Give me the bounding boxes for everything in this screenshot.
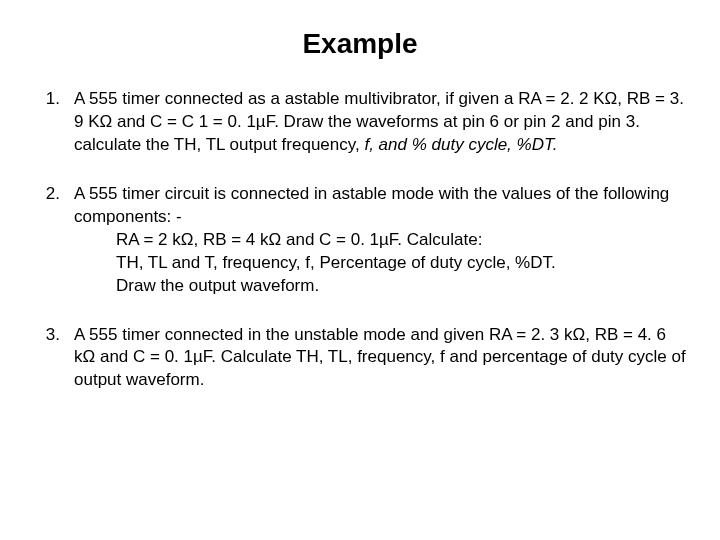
item-number: 1. (30, 88, 74, 157)
page-title: Example (30, 28, 690, 60)
item-subtext: RA = 2 kΩ, RB = 4 kΩ and C = 0. 1µF. Cal… (74, 229, 690, 252)
item-body: A 555 timer connected in the unstable mo… (74, 324, 690, 393)
list-item: 3. A 555 timer connected in the unstable… (30, 324, 690, 393)
item-body: A 555 timer connected as a astable multi… (74, 88, 690, 157)
item-number: 3. (30, 324, 74, 393)
item-text: A 555 timer circuit is connected in asta… (74, 183, 690, 229)
item-number: 2. (30, 183, 74, 298)
list-item: 1. A 555 timer connected as a astable mu… (30, 88, 690, 157)
list-item: 2. A 555 timer circuit is connected in a… (30, 183, 690, 298)
item-text: A 555 timer connected in the unstable mo… (74, 324, 690, 393)
item-text-italic: f, and % duty cycle, %DT. (364, 135, 557, 154)
item-subtext: TH, TL and T, frequency, f, Percentage o… (74, 252, 690, 275)
item-body: A 555 timer circuit is connected in asta… (74, 183, 690, 298)
example-list: 1. A 555 timer connected as a astable mu… (30, 88, 690, 392)
item-subtext: Draw the output waveform. (74, 275, 690, 298)
